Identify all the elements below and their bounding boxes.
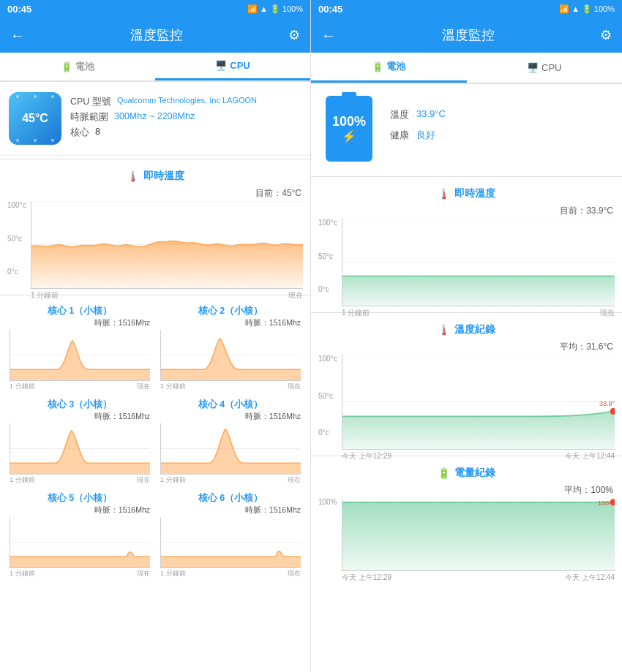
charge-chart-x-labels: 今天 上午12:29 今天 上午12:44 (342, 571, 615, 583)
status-icons-left: 📶 ▲ 🔋 100% (247, 4, 303, 14)
tab-cpu-right[interactable]: 🖥️ CPU (467, 53, 623, 83)
core-6-time: 1 分鐘前 現在 (160, 569, 301, 578)
temp-chart-area (31, 201, 303, 289)
cores-grid: 核心 1（小核） 時脈：1516Mhz 1 分鐘前 現在 核心 2（小核） (0, 298, 310, 585)
wifi-icon: ▲ (260, 4, 268, 13)
core-6: 核心 6（小核） 時脈：1516Mhz 1 分鐘前 現在 (155, 488, 306, 582)
status-bar-left: 00:45 📶 ▲ 🔋 100% (0, 0, 310, 18)
temp-history-header: 🌡️ 溫度紀錄 (311, 316, 622, 339)
cpu-freq-label: 時脈範圍 (70, 111, 108, 124)
temp-history-title: 溫度紀錄 (454, 323, 495, 336)
battery-icon-status-right: 🔋 (582, 4, 592, 14)
battery-chart-x-labels: 1 分鐘前 現在 (342, 306, 615, 318)
title-bar-left: ← 溫度監控 ⚙ (0, 18, 310, 53)
thermometer-icon: 🌡️ (438, 188, 450, 200)
tabs-left: 🔋 電池 🖥️ CPU (0, 53, 310, 82)
tab-battery-left[interactable]: 🔋 電池 (0, 53, 155, 80)
charge-history-header: 🔋 電量紀錄 (311, 459, 622, 483)
temp-chart-x-labels: 1 分鐘前 現在 (31, 289, 303, 301)
status-bar-right: 00:45 📶 ▲ 🔋 100% (311, 0, 622, 18)
temp-history-y-labels: 100°c 50°c 0°c (318, 355, 342, 437)
core-6-title: 核心 6（小核） (160, 492, 301, 505)
core-1-title: 核心 1（小核） (10, 305, 150, 317)
cpu-tab-label-right: CPU (542, 62, 561, 73)
realtime-temp-title-right: 即時溫度 (454, 187, 495, 200)
signal-icon-right: 📶 (559, 4, 569, 14)
battery-percent-right: 100% (594, 4, 615, 13)
charge-chart-y-labels: 100% (318, 498, 342, 558)
cpu-freq-value: 300Mhz ~ 2208Mhz (114, 111, 195, 124)
battery-info-section: 100% ⚡ 溫度 33.9°C 健康 良好 (311, 84, 622, 173)
cpu-info-section: 45°C CPU 型號 Qualcomm Technologies, Inc L… (0, 82, 310, 156)
left-panel: 00:45 📶 ▲ 🔋 100% ← 溫度監控 ⚙ 🔋 電池 🖥️ CPU 45… (0, 0, 311, 672)
battery-chart-y-labels: 100°c 50°c 0°c (318, 219, 342, 293)
core-1: 核心 1（小核） 時脈：1516Mhz 1 分鐘前 現在 (4, 301, 155, 395)
core-1-time: 1 分鐘前 現在 (10, 382, 150, 391)
temp-chart-y-labels: 100°c 50°c 0°c (7, 201, 31, 276)
battery-tab-label: 電池 (75, 60, 94, 73)
tab-cpu-left[interactable]: 🖥️ CPU (155, 53, 310, 80)
core-4: 核心 4（小核） 時脈：1516Mhz 1 分鐘前 現在 (155, 395, 306, 488)
core-3: 核心 3（小核） 時脈：1516Mhz 1 分鐘前 現在 (4, 395, 155, 488)
charge-history-icon: 🔋 (438, 467, 450, 479)
cpu-core-value: 8 (95, 127, 100, 139)
charge-history-chart: 100% 100% (318, 498, 615, 571)
battery-chart-area (342, 219, 615, 306)
temp-history-dot-label: 33.8° (599, 400, 615, 407)
signal-icon: 📶 (247, 4, 258, 14)
page-title-left: 溫度監控 (130, 26, 183, 44)
settings-button-left[interactable]: ⚙ (288, 27, 300, 43)
realtime-temp-title: 即時溫度 (143, 170, 184, 183)
core-5-title: 核心 5（小核） (10, 492, 150, 505)
cpu-model-label: CPU 型號 (70, 96, 111, 108)
tab-battery-right[interactable]: 🔋 電池 (311, 53, 467, 83)
charge-history-dot-label: 100% (598, 499, 615, 507)
core-2-time: 1 分鐘前 現在 (160, 382, 301, 391)
core-4-chart (160, 423, 301, 475)
battery-health-value: 良好 (416, 129, 435, 142)
battery-temp-label: 溫度 (390, 108, 409, 121)
temp-history-chart: 100°c 50°c 0°c (318, 355, 615, 450)
cpu-tab-label: CPU (230, 60, 250, 71)
title-bar-right: ← 溫度監控 ⚙ (311, 18, 622, 53)
temp-history-x-labels: 今天 上午12:29 今天 上午12:44 (342, 450, 615, 461)
temp-history-icon: 🌡️ (438, 324, 450, 336)
realtime-temp-header: 🌡️ 即時溫度 (0, 162, 310, 186)
wifi-icon-right: ▲ (572, 4, 580, 13)
settings-button-right[interactable]: ⚙ (600, 27, 612, 43)
core-3-freq: 時脈：1516Mhz (10, 412, 150, 422)
battery-lightning-icon: ⚡ (342, 129, 356, 143)
cpu-details: CPU 型號 Qualcomm Technologies, Inc LAGOON… (70, 96, 301, 142)
charge-history-title: 電量紀錄 (454, 467, 495, 480)
core-4-title: 核心 4（小核） (160, 399, 301, 411)
cpu-core-label: 核心 (70, 127, 89, 139)
charge-history-avg: 平均：100% (311, 483, 622, 498)
battery-stats: 溫度 33.9°C 健康 良好 (390, 108, 446, 149)
battery-tab-icon: 🔋 (61, 61, 72, 72)
tabs-right: 🔋 電池 🖥️ CPU (311, 53, 622, 84)
core-6-freq: 時脈：1516Mhz (160, 505, 301, 516)
core-1-chart (10, 330, 150, 381)
core-2-chart (160, 330, 301, 381)
page-title-right: 溫度監控 (442, 26, 495, 44)
cpu-chip-display: 45°C (9, 92, 61, 145)
battery-realtime-chart: 100°c 50°c 0°c (318, 219, 615, 306)
battery-percent-left: 100% (282, 4, 303, 13)
temp-history-area: 33.8° (342, 355, 615, 450)
core-2-title: 核心 2（小核） (160, 305, 301, 317)
core-1-freq: 時脈：1516Mhz (10, 318, 150, 328)
core-5-chart (10, 517, 150, 568)
core-2-freq: 時脈：1516Mhz (160, 318, 301, 328)
back-button-right[interactable]: ← (321, 27, 336, 44)
core-2: 核心 2（小核） 時脈：1516Mhz 1 分鐘前 現在 (155, 301, 306, 395)
core-5-freq: 時脈：1516Mhz (10, 505, 150, 516)
back-button-left[interactable]: ← (10, 27, 25, 44)
battery-health-label: 健康 (390, 129, 409, 142)
battery-icon-status: 🔋 (270, 4, 280, 14)
core-3-title: 核心 3（小核） (10, 399, 150, 411)
content-right: 100% ⚡ 溫度 33.9°C 健康 良好 🌡️ 即時溫度 目前：33.9°C (311, 84, 622, 672)
core-4-time: 1 分鐘前 現在 (160, 475, 301, 485)
charge-chart-area: 100% (342, 498, 615, 571)
cpu-tab-icon: 🖥️ (215, 60, 227, 71)
core-5-time: 1 分鐘前 現在 (10, 569, 150, 578)
